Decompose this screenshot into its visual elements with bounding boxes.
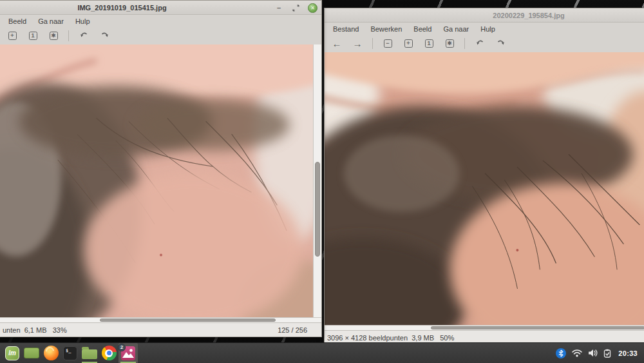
right-photo — [325, 52, 644, 325]
minimize-button[interactable]: – — [274, 3, 283, 12]
normal-size-button[interactable]: 1 — [421, 37, 437, 51]
left-statusbar: unten 6,1 MB 33% 125 / 256 — [0, 322, 321, 337]
rotate-left-button[interactable] — [471, 37, 488, 51]
right-horizontal-scrollbar[interactable] — [325, 325, 644, 330]
zoom-in-button[interactable]: + — [400, 37, 417, 51]
files-launcher[interactable] — [80, 343, 99, 363]
right-horizontal-scrollbar-thumb[interactable] — [431, 326, 644, 329]
rotate-right-button[interactable] — [492, 37, 509, 51]
zoom-in-icon: + — [8, 32, 17, 40]
left-horizontal-scrollbar[interactable] — [0, 317, 321, 322]
restore-icon — [292, 5, 299, 12]
menu-ga-naar[interactable]: Ga naar — [32, 16, 70, 26]
next-image-button[interactable]: → — [349, 37, 366, 51]
left-photo-viewport[interactable] — [0, 44, 313, 317]
firefox-icon — [44, 346, 59, 360]
folder-icon — [82, 349, 97, 359]
rotate-left-icon — [475, 39, 485, 48]
normal-size-icon: 1 — [425, 39, 433, 48]
toolbar-separator — [372, 38, 373, 49]
left-status-position: 125 / 256 — [278, 326, 319, 334]
right-menubar: Bestand Bewerken Beeld Ga naar Hulp — [325, 23, 644, 35]
menu-beeld[interactable]: Beeld — [3, 16, 32, 26]
right-status-info: 3096 × 4128 beeldpunten 3,9 MB 50% — [327, 334, 454, 342]
normal-size-button[interactable]: 1 — [24, 29, 41, 43]
menu-hulp[interactable]: Hulp — [475, 24, 501, 34]
chrome-launcher[interactable] — [99, 343, 118, 363]
left-window-title: IMG_20191019_015415.jpg — [0, 4, 283, 12]
best-fit-icon: ✱ — [50, 32, 58, 40]
menu-bewerken[interactable]: Bewerken — [365, 24, 408, 34]
window-count-badge: 2 — [118, 344, 126, 351]
wifi-icon[interactable] — [572, 349, 582, 357]
image-viewer-taskbar-button[interactable]: 2 — [118, 343, 138, 363]
volume-icon[interactable] — [588, 349, 598, 357]
panel-clock[interactable]: 20:33 — [617, 349, 638, 357]
previous-icon: ← — [332, 39, 342, 48]
left-menubar: Beeld Ga naar Hulp — [0, 15, 321, 27]
menu-beeld[interactable]: Beeld — [408, 24, 437, 34]
normal-size-icon: 1 — [29, 32, 37, 40]
left-horizontal-scrollbar-thumb[interactable] — [100, 319, 276, 322]
terminal-icon: $_ — [63, 346, 77, 360]
system-tray: 20:33 — [556, 348, 641, 358]
zoom-out-icon: − — [384, 39, 392, 48]
show-desktop-icon — [24, 348, 39, 358]
rotate-right-icon — [496, 39, 506, 48]
restore-button[interactable] — [291, 3, 300, 12]
right-window-title: 20200229_195854.jpg — [369, 12, 644, 19]
firefox-launcher[interactable] — [41, 343, 61, 363]
zoom-in-icon: + — [404, 39, 413, 48]
mint-logo-icon: lm — [5, 346, 19, 360]
best-fit-button[interactable]: ✱ — [45, 29, 62, 43]
left-vertical-scrollbar[interactable] — [313, 44, 321, 317]
zoom-in-button[interactable]: + — [4, 29, 21, 43]
zoom-out-button[interactable]: − — [379, 37, 396, 51]
left-titlebar[interactable]: IMG_20191019_015415.jpg – ✕ — [0, 1, 321, 15]
best-fit-button[interactable]: ✱ — [441, 37, 458, 51]
terminal-launcher[interactable]: $_ — [61, 343, 80, 363]
rotate-left-icon — [79, 32, 89, 41]
bluetooth-icon[interactable] — [556, 348, 566, 358]
menu-ga-naar[interactable]: Ga naar — [437, 24, 475, 34]
rotate-right-button[interactable] — [96, 29, 113, 43]
right-toolbar: ← → − + 1 ✱ — [325, 35, 644, 52]
left-status-info: unten 6,1 MB 33% — [3, 326, 67, 334]
mint-menu-button[interactable]: lm — [3, 343, 22, 363]
menu-bestand[interactable]: Bestand — [327, 24, 365, 34]
toolbar-separator — [68, 30, 69, 41]
right-photo-viewport[interactable] — [325, 52, 644, 325]
taskbar-panel: lm $_ 2 — [0, 342, 644, 363]
image-viewer-window-left: IMG_20191019_015415.jpg – ✕ Beeld Ga naa… — [0, 0, 322, 337]
show-desktop-button[interactable] — [22, 343, 41, 363]
menu-hulp[interactable]: Hulp — [70, 16, 96, 26]
left-vertical-scrollbar-thumb[interactable] — [315, 162, 320, 257]
previous-image-button[interactable]: ← — [328, 37, 345, 51]
rotate-left-button[interactable] — [75, 29, 92, 43]
image-viewer-window-right: 20200229_195854.jpg Bestand Bewerken Bee… — [324, 8, 644, 345]
toolbar-separator — [464, 38, 465, 49]
left-toolbar: + 1 ✱ — [0, 27, 321, 44]
chrome-icon — [102, 346, 117, 360]
next-icon: → — [353, 39, 363, 48]
right-titlebar[interactable]: 20200229_195854.jpg — [325, 8, 644, 23]
left-photo — [0, 44, 313, 317]
close-button[interactable]: ✕ — [308, 3, 317, 13]
best-fit-icon: ✱ — [446, 39, 454, 48]
rotate-right-icon — [100, 32, 109, 41]
update-manager-icon[interactable] — [603, 349, 611, 358]
